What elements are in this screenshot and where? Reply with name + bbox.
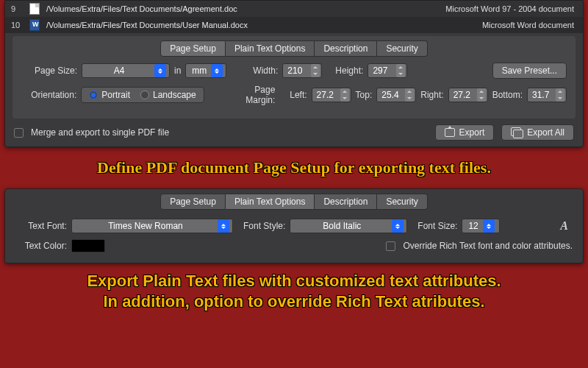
docx-icon: [29, 19, 40, 31]
file-path: /Volumes/Extra/Files/Text Documents/User…: [46, 21, 482, 29]
font-preview-icon: A: [556, 219, 573, 233]
stepper-icon[interactable]: [477, 88, 486, 102]
margin-left-stepper[interactable]: 27.2: [312, 88, 351, 102]
margin-right-label: Right:: [420, 90, 443, 100]
height-label: Height:: [335, 66, 363, 76]
text-font-value: Times New Roman: [78, 221, 213, 231]
font-style-value: Bold Italic: [296, 221, 387, 231]
page-margin-label: Page Margin:: [223, 85, 276, 105]
font-style-label: Font Style:: [243, 221, 285, 231]
text-font-dropdown[interactable]: Times New Roman: [71, 219, 233, 233]
text-color-label: Text Color:: [15, 241, 67, 251]
page-size-label: Page Size:: [21, 66, 77, 76]
file-row[interactable]: 9 /Volumes/Extra/Files/Text Documents/Ag…: [5, 1, 583, 17]
stepper-icon[interactable]: [405, 88, 414, 102]
page-size-value: A4: [88, 66, 150, 76]
file-list: 9 /Volumes/Extra/Files/Text Documents/Ag…: [5, 1, 583, 33]
merge-checkbox[interactable]: [14, 128, 24, 138]
file-kind: Microsoft Word 97 - 2004 document: [445, 4, 577, 13]
height-stepper[interactable]: 297: [368, 63, 407, 78]
tab-page-setup[interactable]: Page Setup: [160, 40, 226, 57]
text-color-swatch[interactable]: [71, 239, 105, 252]
orientation-group: Portrait Landscape: [81, 87, 204, 103]
export-all-button[interactable]: Export All: [501, 124, 574, 141]
file-path: /Volumes/Extra/Files/Text Documents/Agre…: [46, 4, 445, 13]
radio-landscape[interactable]: Landscape: [140, 90, 196, 100]
width-label: Width:: [253, 66, 278, 76]
tab-page-setup[interactable]: Page Setup: [160, 194, 226, 210]
unit-dropdown[interactable]: mm: [185, 63, 226, 78]
file-index: 10: [11, 21, 29, 29]
tab-description[interactable]: Description: [315, 194, 377, 210]
export-icon: [445, 128, 455, 137]
orientation-label: Orientation:: [21, 90, 76, 100]
font-size-label: Font Size:: [417, 221, 457, 231]
caption-page-setup: Define PDF document Page Setup for expor…: [15, 158, 573, 178]
width-value: 210: [287, 66, 308, 76]
width-stepper[interactable]: 210: [282, 63, 322, 78]
merge-label: Merge and export to single PDF file: [31, 127, 169, 138]
chevron-updown-icon: [392, 219, 404, 233]
file-kind: Microsoft Word document: [482, 21, 577, 29]
font-size-dropdown[interactable]: 12: [462, 219, 500, 233]
height-value: 297: [373, 66, 393, 76]
margin-right-stepper[interactable]: 27.2: [448, 88, 488, 102]
doc-icon: [29, 3, 40, 15]
stepper-icon[interactable]: [556, 88, 564, 102]
chevron-updown-icon: [218, 219, 229, 233]
margin-top-label: Top:: [356, 90, 373, 100]
margin-bottom-stepper[interactable]: 31.7: [527, 88, 567, 102]
stepper-icon[interactable]: [311, 64, 320, 77]
tab-security[interactable]: Security: [377, 194, 427, 210]
page-setup-panel: 9 /Volumes/Extra/Files/Text Documents/Ag…: [4, 0, 584, 147]
page-size-dropdown[interactable]: A4: [82, 63, 170, 78]
tab-plain-text[interactable]: Plain Text Options: [226, 194, 315, 210]
margin-bottom-label: Bottom:: [492, 90, 523, 100]
stepper-icon[interactable]: [340, 88, 349, 102]
tab-security[interactable]: Security: [377, 40, 427, 57]
tab-description[interactable]: Description: [315, 40, 377, 57]
caption-plain-text: Export Plain Text files with customized …: [15, 271, 573, 312]
text-font-label: Text Font:: [15, 221, 67, 231]
save-preset-button[interactable]: Save Preset...: [492, 63, 567, 79]
override-checkbox[interactable]: [386, 241, 395, 251]
tabs-plain-text-panel: Page Setup Plain Text Options Descriptio…: [5, 194, 583, 210]
chevron-updown-icon: [154, 64, 166, 77]
stepper-icon[interactable]: [396, 64, 405, 77]
radio-dot-icon: [140, 91, 149, 99]
file-index: 9: [11, 4, 29, 13]
margin-top-stepper[interactable]: 25.4: [376, 88, 416, 102]
in-label: in: [174, 66, 181, 76]
radio-dot-icon: [89, 91, 98, 99]
chevron-updown-icon: [483, 219, 495, 233]
override-label: Override Rich Text font and color attrib…: [403, 241, 573, 251]
unit-value: mm: [192, 66, 207, 76]
margin-left-label: Left:: [290, 90, 306, 100]
page-setup-settings: Page Setup Plain Text Options Descriptio…: [12, 36, 576, 118]
export-all-icon: [511, 127, 523, 138]
file-row[interactable]: 10 /Volumes/Extra/Files/Text Documents/U…: [5, 17, 583, 33]
tab-plain-text[interactable]: Plain Text Options: [226, 40, 315, 57]
chevron-updown-icon: [211, 64, 223, 77]
font-size-value: 12: [468, 221, 478, 231]
plain-text-panel: Page Setup Plain Text Options Descriptio…: [4, 188, 584, 263]
radio-portrait[interactable]: Portrait: [89, 90, 130, 100]
font-style-dropdown[interactable]: Bold Italic: [290, 219, 407, 233]
tabs-page-setup: Page Setup Plain Text Options Descriptio…: [21, 40, 567, 57]
export-bar: Merge and export to single PDF file Expo…: [5, 118, 583, 146]
export-button[interactable]: Export: [435, 124, 495, 141]
